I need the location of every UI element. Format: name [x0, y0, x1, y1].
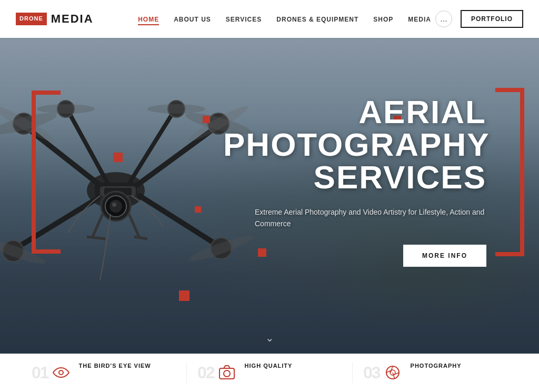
nav-link-about[interactable]: ABOUT US	[174, 16, 211, 23]
bracket-right	[495, 88, 524, 256]
svg-line-39	[393, 373, 395, 379]
bottom-item-2-inner: 02	[197, 362, 237, 383]
bottom-num-3: 03	[363, 364, 380, 381]
nav-item-media[interactable]: MEDIA	[408, 14, 431, 24]
bottom-label-1: THE BIRD'S EYE VIEW	[79, 362, 151, 369]
camera-icon	[216, 362, 237, 383]
nav-item-about[interactable]: ABOUT US	[174, 14, 211, 24]
bottom-item-2: 02 HIGH QUALITY	[187, 362, 353, 383]
logo-media-text: MEDIA	[51, 12, 94, 26]
svg-line-5	[139, 196, 218, 246]
nav-link-drones[interactable]: DRONES & EQUIPMENT	[276, 16, 358, 23]
nav-item-home[interactable]: HOME	[138, 14, 159, 24]
aperture-icon	[382, 362, 403, 383]
hero-section: AERIAL PHOTOGRAPHY SERVICES Extreme Aeri…	[0, 38, 539, 354]
svg-line-37	[391, 366, 393, 373]
bottom-num-1: 01	[32, 364, 48, 381]
logo[interactable]: DRONE MEDIA	[16, 12, 94, 26]
nav-link-media[interactable]: MEDIA	[408, 16, 431, 23]
deco-square-1	[203, 116, 210, 123]
scroll-down-arrow[interactable]: ⌄	[265, 331, 274, 344]
svg-point-27	[112, 203, 116, 207]
svg-line-28	[92, 214, 103, 238]
bottom-item-1: 01 THE BIRD'S EYE VIEW	[21, 362, 187, 383]
svg-line-30	[87, 237, 105, 239]
eye-icon	[51, 362, 72, 383]
nav-item-services[interactable]: SERVICES	[226, 14, 262, 24]
bottom-section: 01 THE BIRD'S EYE VIEW 02 HIGH QUALITY	[0, 354, 539, 392]
bottom-item-1-inner: 01	[32, 362, 72, 383]
nav-link-home[interactable]: HOME	[138, 16, 159, 25]
bottom-item-3: 03 PHOTOGRAPHY	[353, 362, 518, 383]
svg-line-29	[129, 214, 139, 238]
svg-point-32	[59, 370, 63, 375]
deco-square-3	[113, 153, 123, 162]
hero-title: AERIAL PHOTOGRAPHY SERVICES	[223, 96, 486, 194]
hero-title-line2: SERVICES	[314, 159, 486, 195]
deco-square-6	[195, 206, 201, 213]
svg-point-26	[109, 200, 122, 213]
nav-link-services[interactable]: SERVICES	[226, 16, 262, 23]
nav-item-shop[interactable]: SHOP	[373, 14, 393, 24]
bottom-item-3-inner: 03	[363, 362, 403, 383]
deco-square-5	[179, 290, 189, 301]
hero-title-line1: AERIAL PHOTOGRAPHY	[223, 94, 490, 163]
svg-line-31	[134, 237, 147, 239]
more-options-button[interactable]: ...	[435, 11, 452, 27]
logo-drone-text: DRONE	[16, 13, 47, 25]
hero-subtitle: Extreme Aerial Photography and Video Art…	[255, 206, 486, 230]
nav-item-drones[interactable]: DRONES & EQUIPMENT	[276, 14, 358, 24]
svg-point-21	[147, 104, 205, 114]
svg-point-34	[224, 370, 230, 377]
nav-link-shop[interactable]: SHOP	[373, 16, 393, 23]
bottom-label-2: HIGH QUALITY	[245, 362, 293, 369]
navbar: DRONE MEDIA HOME ABOUT US SERVICES DRONE…	[0, 0, 539, 38]
bottom-label-3: PHOTOGRAPHY	[411, 362, 462, 369]
bracket-left	[32, 91, 61, 254]
bottom-num-2: 02	[197, 364, 214, 381]
hero-content: AERIAL PHOTOGRAPHY SERVICES Extreme Aeri…	[223, 96, 486, 267]
portfolio-button[interactable]: PORTFOLIO	[461, 10, 523, 28]
nav-links: HOME ABOUT US SERVICES DRONES & EQUIPMEN…	[138, 14, 431, 24]
more-info-button[interactable]: MORE INFO	[403, 245, 486, 267]
